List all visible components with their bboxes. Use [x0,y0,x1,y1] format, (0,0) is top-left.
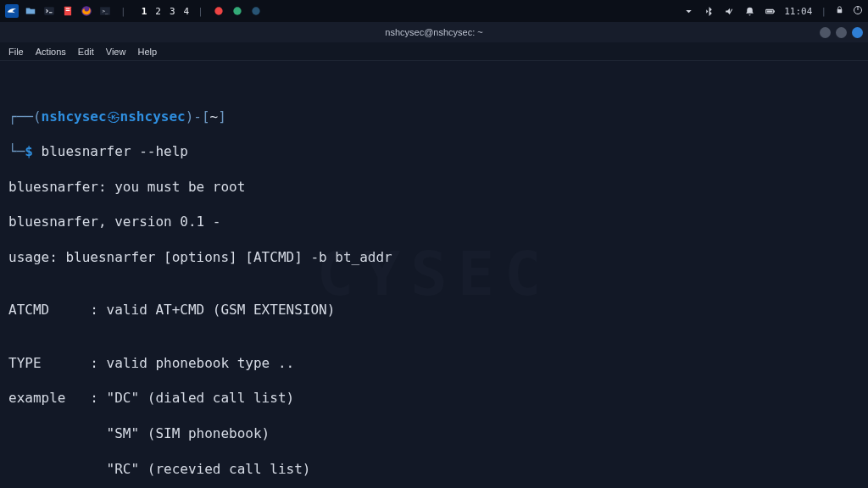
files-icon[interactable] [24,4,37,18]
menu-file[interactable]: File [8,47,24,57]
app-icon-1[interactable] [212,4,225,18]
separator: | [821,6,826,17]
svg-point-8 [233,7,241,14]
menu-view[interactable]: View [106,47,126,57]
minimize-button[interactable] [820,27,831,38]
workspace-2[interactable]: 2 [155,6,161,17]
kali-dragon-icon[interactable] [5,4,19,18]
notifications-icon[interactable] [743,5,755,17]
terminal-icon[interactable] [42,4,56,18]
editor-icon[interactable] [61,4,75,18]
workspace-3[interactable]: 3 [170,6,175,17]
menu-actions[interactable]: Actions [36,47,66,57]
window-title: nshcysec@nshcysec: ~ [385,27,482,37]
output-line: bluesnarfer: you must be root [8,179,860,197]
close-button[interactable] [852,27,863,38]
menu-edit[interactable]: Edit [78,47,94,57]
prompt-line-2: └─$ bluesnarfer --help [8,143,860,161]
bluetooth-icon[interactable] [703,5,715,17]
svg-rect-12 [766,10,772,12]
firefox-icon[interactable] [80,4,93,18]
output-line: example : "DC" (dialed call list) [8,390,860,408]
svg-text:>_: >_ [102,8,108,14]
output-line: "RC" (recevied call list) [8,461,860,479]
workspace-1[interactable]: 1 [142,6,147,17]
battery-icon[interactable] [764,5,776,17]
system-tray: 11:04 | [682,5,863,18]
svg-rect-0 [44,7,54,14]
app-icon-2[interactable] [231,4,244,18]
output-line: TYPE : valid phonebook type .. [8,355,860,373]
output-line: bluesnarfer, version 0.1 - [8,214,860,231]
clock[interactable]: 11:04 [784,6,812,17]
svg-rect-11 [774,10,775,12]
svg-point-7 [214,7,222,14]
svg-rect-2 [66,8,70,9]
maximize-button[interactable] [836,27,847,38]
code-icon[interactable]: >_ [98,4,112,18]
svg-rect-13 [837,9,843,13]
lock-icon[interactable] [835,5,844,17]
separator: | [120,6,126,17]
window-controls [820,27,863,38]
terminal-body[interactable]: CYSEC ┌──(nshcysec㉿nshcysec)-[~] └─$ blu… [0,61,868,488]
svg-point-9 [252,7,259,14]
separator: | [198,6,203,17]
power-icon[interactable] [853,5,863,18]
svg-rect-3 [66,10,70,11]
caret-down-icon[interactable] [682,5,694,17]
menu-help[interactable]: Help [137,47,157,57]
workspace-switcher[interactable]: 1 2 3 4 [142,6,190,17]
window-titlebar[interactable]: nshcysec@nshcysec: ~ [0,22,868,42]
terminal-menubar: File Actions Edit View Help [0,42,868,61]
top-taskbar: >_ | 1 2 3 4 | 11:04 | [0,0,868,22]
prompt-line-1: ┌──(nshcysec㉿nshcysec)-[~] [8,108,860,126]
workspace-4[interactable]: 4 [184,6,190,17]
taskbar-left-icons: >_ | 1 2 3 4 | [5,4,263,18]
app-icon-3[interactable] [249,4,263,18]
command-text: bluesnarfer --help [42,143,188,159]
output-line: ATCMD : valid AT+CMD (GSM EXTENSION) [8,302,860,319]
output-line: usage: bluesnarfer [options] [ATCMD] -b … [8,249,860,267]
volume-icon[interactable] [723,5,735,17]
output-line: "SM" (SIM phonebook) [8,425,860,443]
